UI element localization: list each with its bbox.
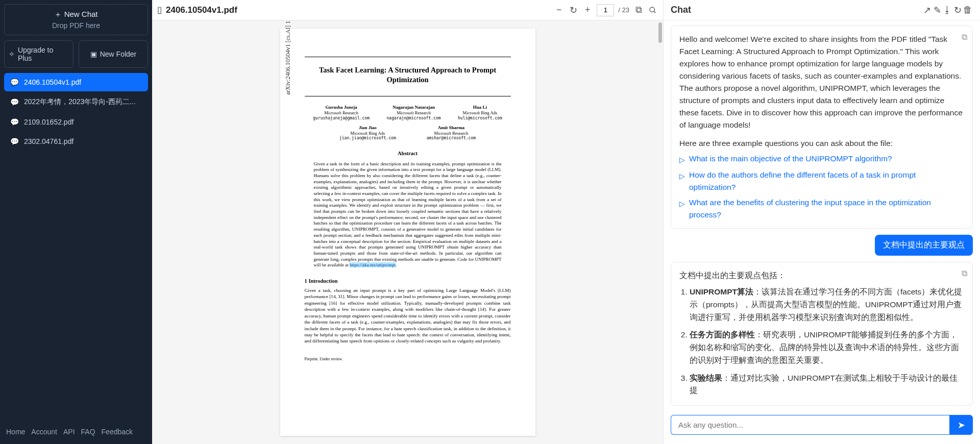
chat-input[interactable] (671, 415, 949, 435)
new-folder-button[interactable]: ▣ New Folder (79, 40, 148, 68)
reset-zoom-icon[interactable]: ↻ (568, 5, 578, 15)
chat-bubble-icon: 💬 (10, 78, 19, 86)
refresh-icon[interactable]: ↻ (952, 5, 963, 15)
pdf-pane: ▯ 2406.10504v1.pdf − ↻ + / 23 ⧉ arXiv:24… (152, 0, 664, 444)
authors-row-1: Gurusha JunejaMicrosoft Researchgurushaj… (305, 105, 511, 121)
example-question[interactable]: ▷What is the main objective of the UNIPR… (679, 153, 964, 166)
footer-link[interactable]: Home (6, 428, 25, 436)
title-rule-bottom (305, 96, 511, 96)
svg-line-1 (654, 11, 655, 13)
reply-lead: 文档中提出的主要观点包括： (679, 269, 964, 282)
reply-point: UNIPROMPT算法：该算法旨在通过学习任务的不同方面（facets）来优化提… (690, 286, 964, 324)
pdf-page: arXiv:2406.10504v1 [cs.AI] 15 Jun 2024 T… (280, 29, 535, 436)
edit-icon[interactable]: ✎ (932, 5, 942, 15)
pdf-toolbar: ▯ 2406.10504v1.pdf − ↻ + / 23 ⧉ (152, 0, 663, 20)
code-link[interactable]: https://aka.ms/uniprompt (350, 262, 396, 267)
reply-point: 任务方面的多样性：研究表明，UNIPROMPT能够捕捉到任务的多个方面，例如名称… (690, 329, 964, 366)
example-questions-intro: Here are three example questions you can… (679, 137, 964, 150)
preprint-note: Preprint. Under review. (305, 357, 511, 362)
author: Gurusha JunejaMicrosoft Researchgurushaj… (313, 105, 370, 121)
chat-bubble-icon: 💬 (10, 137, 19, 145)
author: Hua LiMicrosoft Bing Adshuli@microsoft.c… (458, 105, 502, 121)
chat-body[interactable]: ⧉ Hello and welcome! We're excited to sh… (664, 20, 980, 410)
footer-link[interactable]: Account (31, 428, 57, 436)
author: Jian JiaoMicrosoft Bing Adsjian.jiao@mic… (339, 125, 396, 141)
new-chat-button[interactable]: ＋ New Chat Drop PDF here (4, 4, 148, 35)
intro-text: Given a task, choosing an input prompt i… (305, 287, 511, 344)
welcome-text: Hello and welcome! We're excited to shar… (679, 33, 964, 131)
file-name: 2302.04761.pdf (24, 137, 74, 145)
file-list: 💬2406.10504v1.pdf💬2022年考情，2023年导向-西药二...… (4, 73, 148, 151)
folder-plus-icon: ▣ (90, 50, 97, 58)
send-button[interactable]: ➤ (949, 415, 973, 435)
new-chat-label: ＋ New Chat (10, 10, 142, 19)
file-name: 2109.01652.pdf (24, 118, 74, 126)
title-rule (305, 57, 511, 57)
user-message: 文档中提出的主要观点 (875, 235, 973, 256)
reply-points: UNIPROMPT算法：该算法旨在通过学习任务的不同方面（facets）来优化提… (679, 286, 964, 397)
search-icon[interactable] (648, 5, 658, 15)
chat-pane: Chat ↗ ✎ ⭳ ↻ 🗑 ⧉ Hello and welcome! We'r… (664, 0, 980, 444)
sidebar: ＋ New Chat Drop PDF here ✧ Upgrade to Pl… (0, 0, 152, 444)
file-item[interactable]: 💬2406.10504v1.pdf (4, 73, 148, 91)
copy-icon[interactable]: ⧉ (962, 31, 967, 43)
arxiv-stamp: arXiv:2406.10504v1 [cs.AI] 15 Jun 2024 (284, 20, 292, 95)
sparkle-icon: ✧ (9, 50, 15, 58)
file-item[interactable]: 💬2302.04761.pdf (4, 132, 148, 151)
pdf-title: ▯ 2406.10504v1.pdf (157, 5, 550, 15)
author: Nagarajan NatarajanMicrosoft Researchnag… (387, 105, 441, 121)
delete-icon[interactable]: 🗑 (963, 5, 973, 15)
footer-links: HomeAccountAPIFAQFeedback (4, 424, 148, 440)
copy-icon[interactable]: ⧉ (962, 267, 967, 280)
send-icon: ➤ (958, 420, 965, 431)
zoom-out-icon[interactable]: − (554, 5, 564, 15)
zoom-in-icon[interactable]: + (582, 5, 593, 15)
chat-bubble-icon: 💬 (10, 98, 19, 106)
upgrade-button[interactable]: ✧ Upgrade to Plus (4, 40, 74, 68)
footer-link[interactable]: FAQ (81, 428, 95, 436)
file-item[interactable]: 💬2022年考情，2023年导向-西药二... (4, 92, 148, 112)
drop-hint: Drop PDF here (10, 21, 142, 30)
chat-bubble-icon: 💬 (10, 118, 19, 126)
intro-heading: 1 Introduction (305, 278, 511, 284)
authors-row-2: Jian JiaoMicrosoft Bing Adsjian.jiao@mic… (305, 125, 511, 141)
author: Amit SharmaMicrosoft Researchamshar@micr… (427, 125, 476, 141)
abstract-heading: Abstract (305, 150, 511, 157)
example-question[interactable]: ▷How do the authors define the different… (679, 169, 964, 193)
pdf-body[interactable]: arXiv:2406.10504v1 [cs.AI] 15 Jun 2024 T… (152, 20, 663, 444)
example-question-text: What are the benefits of clustering the … (689, 196, 964, 221)
page-input[interactable] (597, 4, 614, 16)
send-triangle-icon: ▷ (679, 155, 685, 166)
document-icon: ▯ (157, 5, 162, 15)
example-question[interactable]: ▷What are the benefits of clustering the… (679, 196, 964, 221)
assistant-reply: ⧉ 文档中提出的主要观点包括： UNIPROMPT算法：该算法旨在通过学习任务的… (671, 262, 973, 406)
example-question-text: What is the main objective of the UNIPRO… (689, 153, 892, 165)
footer-link[interactable]: Feedback (102, 428, 133, 436)
file-name: 2406.10504v1.pdf (24, 78, 81, 86)
reply-point: 实验结果：通过对比实验，UNIPROMPT在测试集上相较于手动设计的最佳提 (690, 372, 964, 398)
chat-title: Chat (671, 5, 922, 15)
send-triangle-icon: ▷ (679, 171, 685, 182)
send-triangle-icon: ▷ (679, 199, 685, 210)
footer-link[interactable]: API (63, 428, 75, 436)
assistant-welcome: ⧉ Hello and welcome! We're excited to sh… (671, 26, 973, 229)
chat-input-row: ➤ (664, 410, 980, 444)
abstract-text: Given a task in the form of a basic desc… (305, 161, 511, 268)
page-total: / 23 (618, 6, 629, 14)
scrollbar-thumb[interactable] (658, 22, 662, 43)
paper-title: Task Facet Learning: A Structured Approa… (305, 65, 511, 85)
chat-header: Chat ↗ ✎ ⭳ ↻ 🗑 (664, 0, 980, 20)
svg-point-0 (650, 7, 654, 12)
example-question-text: How do the authors define the different … (689, 169, 964, 193)
share-icon[interactable]: ↗ (922, 5, 932, 15)
download-icon[interactable]: ⭳ (942, 5, 952, 15)
file-name: 2022年考情，2023年导向-西药二... (24, 97, 136, 107)
selection-icon[interactable]: ⧉ (633, 5, 644, 15)
file-item[interactable]: 💬2109.01652.pdf (4, 113, 148, 131)
